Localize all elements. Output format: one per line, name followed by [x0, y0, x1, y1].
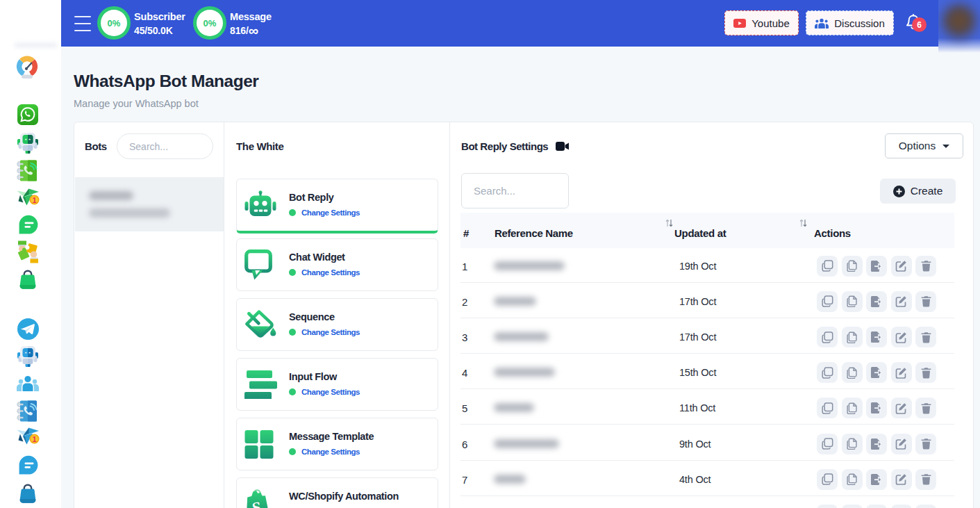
svg-text:1: 1 — [32, 435, 36, 443]
svg-text:1: 1 — [32, 196, 36, 204]
